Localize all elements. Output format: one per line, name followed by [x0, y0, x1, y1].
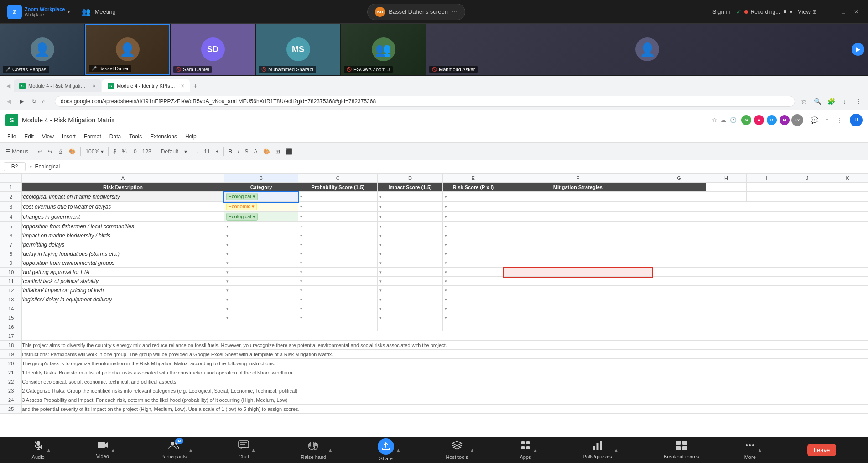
menu-extensions[interactable]: Extensions [146, 132, 181, 141]
instruction-22[interactable]: Consider ecological, social, economic, t… [22, 377, 868, 386]
share-icon[interactable]: ↑ [826, 116, 829, 124]
browser-tab-2[interactable]: S Module 4 - Identify KPIs - Goo... ✕ [102, 79, 190, 92]
polls-arrow[interactable]: ▲ [614, 447, 619, 452]
col-header-b[interactable]: B [224, 174, 298, 183]
cell-c2[interactable]: ▾ [298, 192, 378, 202]
cell-e13[interactable]: ▾ [442, 295, 504, 304]
cell-f2[interactable] [504, 192, 652, 202]
cell-g5[interactable] [652, 222, 706, 231]
extensions-icon[interactable]: 🧩 [825, 98, 837, 105]
cell-a13[interactable]: 'logistics/ delay in equipment delivery [22, 295, 224, 304]
video-group[interactable]: Video ▲ [96, 441, 115, 459]
instruction-23[interactable]: 2 Categorize Risks: Group the identified… [22, 386, 868, 395]
cell-d5[interactable]: ▾ [378, 222, 442, 231]
participants-group[interactable]: 34 Participants ▲ [161, 440, 193, 459]
tab-2-close[interactable]: ✕ [181, 84, 184, 89]
cell-g1[interactable] [652, 183, 706, 192]
zoom-dropdown-icon[interactable]: ▾ [68, 9, 70, 14]
share-control[interactable]: Share [378, 438, 394, 461]
home-button[interactable]: ⌂ [42, 98, 52, 105]
cell-d7[interactable]: ▾ [378, 240, 442, 249]
cell-a1[interactable]: Risk Description [22, 183, 224, 192]
cell-j2[interactable] [787, 192, 827, 202]
cell-c16[interactable] [298, 322, 378, 331]
video-arrow[interactable]: ▲ [111, 447, 115, 452]
instruction-24[interactable]: 3 Assess Probability and Impact: For eac… [22, 395, 868, 405]
cell-b8[interactable]: ▾ [224, 249, 298, 258]
instruction-25[interactable]: and the potential severity of its impact… [22, 405, 868, 414]
participants-arrow[interactable]: ▲ [188, 447, 193, 452]
refresh-button[interactable]: ↻ [29, 98, 39, 105]
cell-g16[interactable] [652, 322, 706, 331]
cell-i2[interactable] [746, 192, 787, 202]
cell-d11[interactable]: ▾ [378, 277, 442, 286]
more-options-icon[interactable]: ⋮ [852, 98, 864, 105]
chat-arrow[interactable]: ▲ [251, 447, 255, 452]
cell-b6[interactable]: ▾ [224, 231, 298, 240]
cell-a3[interactable]: 'cost overruns due to weather delyas [22, 202, 224, 212]
cell-d1[interactable]: Impact Score (1-5) [378, 183, 442, 192]
cell-f13[interactable] [504, 295, 652, 304]
cell-f16[interactable] [504, 322, 652, 331]
cell-f14[interactable] [504, 304, 652, 313]
font-size-input[interactable]: 11 [202, 147, 212, 156]
settings-icon[interactable]: ⋮ [836, 116, 842, 124]
cell-f4[interactable] [504, 212, 652, 222]
cell-d16[interactable] [378, 322, 442, 331]
cell-a15[interactable] [22, 313, 224, 322]
cell-b1[interactable]: Category [224, 183, 298, 192]
cell-f15[interactable] [504, 313, 652, 322]
text-color-btn[interactable]: A [252, 147, 260, 156]
currency-btn[interactable]: $ [111, 147, 118, 156]
cell-c11[interactable]: ▾ [298, 277, 378, 286]
participant-tile-mohammed[interactable]: MS 🚫 Muhammed Sharabi [256, 24, 340, 75]
cell-c7[interactable]: ▾ [298, 240, 378, 249]
cell-e15[interactable]: ▾ [442, 313, 504, 322]
cell-d13[interactable]: ▾ [378, 295, 442, 304]
cell-d12[interactable]: ▾ [378, 286, 442, 295]
paint-format-btn[interactable]: 🎨 [67, 147, 78, 156]
cell-f1[interactable]: Mitigation Strategies [504, 183, 652, 192]
share-history-icon[interactable]: 🕐 [730, 117, 737, 123]
polls-control[interactable]: Polls/quizzes [583, 440, 612, 459]
cell-b5[interactable]: ▾ [224, 222, 298, 231]
instruction-21[interactable]: 1 Identify Risks: Brainstorm a list of p… [22, 368, 868, 377]
cell-b7[interactable]: ▾ [224, 240, 298, 249]
cell-a16[interactable] [22, 322, 224, 331]
font-selector[interactable]: Default... ▾ [159, 147, 189, 156]
apps-control[interactable]: Apps [520, 440, 531, 460]
cell-e8[interactable]: ▾ [442, 249, 504, 258]
cell-f11[interactable] [504, 277, 652, 286]
instruction-19[interactable]: Instructions: Participants will work in … [22, 350, 868, 359]
cell-c13[interactable]: ▾ [298, 295, 378, 304]
cell-d15[interactable]: ▾ [378, 313, 442, 322]
col-header-k[interactable]: K [827, 174, 868, 183]
zoom-btn[interactable]: 100% ▾ [83, 147, 105, 156]
participant-tile-escwa[interactable]: 👥 🚫 ESCWA Zoom-3 [341, 24, 426, 75]
menu-format[interactable]: Format [80, 132, 105, 141]
col-header-i[interactable]: I [746, 174, 787, 183]
more-arrow[interactable]: ▲ [758, 447, 762, 452]
col-header-c[interactable]: C [298, 174, 378, 183]
cell-e6[interactable]: ▾ [442, 231, 504, 240]
share-group[interactable]: Share ▲ [378, 438, 400, 461]
cell-f10[interactable] [504, 268, 652, 277]
cell-d3[interactable]: ▾ [378, 202, 442, 212]
participant-tile-bassel[interactable]: 👤 🎤 Bassel Daher [85, 24, 170, 75]
back-arrow[interactable]: ◀ [4, 98, 14, 105]
cell-e12[interactable]: ▾ [442, 286, 504, 295]
cell-d9[interactable]: ▾ [378, 258, 442, 268]
decrease-font-btn[interactable]: - [195, 147, 200, 156]
raise-hand-arrow[interactable]: ▲ [328, 447, 333, 452]
star-icon[interactable]: ☆ [712, 117, 717, 123]
cell-a14[interactable] [22, 304, 224, 313]
cell-b16[interactable] [224, 322, 298, 331]
cell-e2[interactable]: ▾ [442, 192, 504, 202]
more-group[interactable]: More ▲ [744, 440, 762, 460]
comments-icon[interactable]: 💬 [811, 116, 818, 124]
cell-c10[interactable]: ▾ [298, 268, 378, 277]
cell-e1[interactable]: Risk Score (P x I) [442, 183, 504, 192]
cell-a2[interactable]: 'ecological impact on marine biodiversit… [22, 192, 224, 202]
more-dots-icon[interactable]: ··· [452, 8, 457, 16]
cell-j1[interactable] [787, 183, 827, 192]
